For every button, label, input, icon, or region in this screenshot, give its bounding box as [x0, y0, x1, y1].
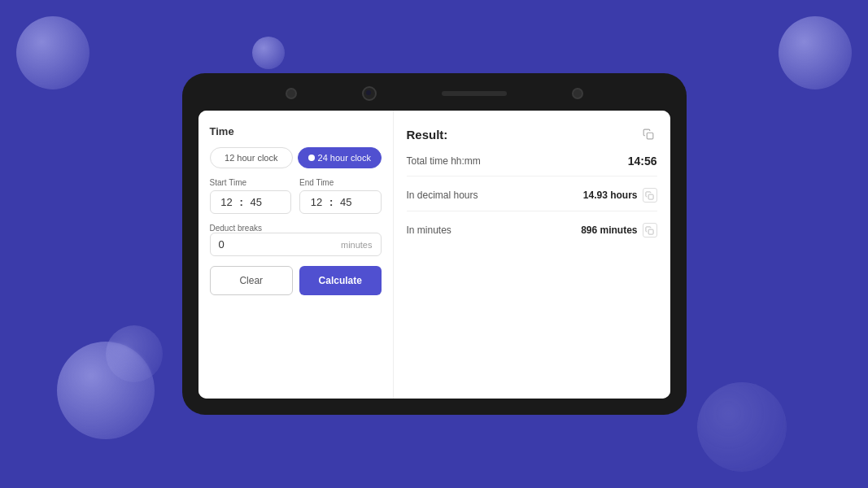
speaker-bar	[442, 91, 507, 96]
tablet: Time 12 hour clock 24 hour clock Start T…	[182, 73, 687, 415]
start-time-group: Start Time 12 : 45	[210, 178, 292, 214]
calculate-button[interactable]: Calculate	[299, 266, 382, 295]
front-camera-right	[572, 88, 583, 99]
front-camera-main	[362, 86, 377, 101]
bubble-1	[16, 16, 89, 89]
toggle-12h-label: 12 hour clock	[225, 153, 277, 163]
value-minutes: 896 minutes	[581, 224, 637, 236]
clock-toggle: 12 hour clock 24 hour clock	[210, 147, 382, 168]
front-camera-left	[286, 88, 297, 99]
copy-all-icon[interactable]	[639, 125, 657, 143]
toggle-24h[interactable]: 24 hour clock	[298, 147, 382, 168]
result-row-right-decimal: 14.93 hours	[583, 188, 657, 203]
bubble-5	[106, 325, 163, 382]
result-row-right-minutes: 896 minutes	[581, 223, 656, 237]
deduct-unit: minutes	[341, 240, 373, 250]
start-time-label: Start Time	[210, 178, 292, 187]
result-row-right-total: 14:56	[628, 155, 657, 168]
result-header: Result:	[407, 125, 657, 143]
value-decimal: 14.93 hours	[583, 190, 638, 201]
bubble-2	[252, 37, 285, 69]
label-total: Total time hh:mm	[407, 155, 481, 167]
start-time-input[interactable]: 12 : 45	[210, 190, 292, 214]
end-hour: 12	[307, 196, 326, 208]
deduct-label: Deduct breaks	[210, 224, 382, 233]
panel-title: Time	[210, 125, 382, 137]
deduct-section: Deduct breaks 0 minutes	[210, 224, 382, 256]
clear-button[interactable]: Clear	[210, 266, 294, 295]
copy-minutes-icon[interactable]	[643, 223, 657, 237]
time-fields: Start Time 12 : 45 End Time 12 : 45	[210, 178, 382, 214]
tablet-screen: Time 12 hour clock 24 hour clock Start T…	[198, 111, 670, 399]
toggle-12h[interactable]: 12 hour clock	[210, 147, 294, 168]
value-total: 14:56	[628, 155, 657, 168]
label-decimal: In decimal hours	[407, 190, 478, 201]
active-dot	[308, 155, 315, 161]
bubble-6	[697, 382, 787, 472]
copy-decimal-icon[interactable]	[643, 188, 657, 203]
result-row-minutes: In minutes 896 minutes	[407, 223, 657, 237]
toggle-24h-label: 24 hour clock	[318, 153, 371, 163]
deduct-input[interactable]: 0 minutes	[210, 233, 382, 256]
svg-rect-1	[648, 194, 653, 199]
bubble-3	[779, 16, 852, 89]
end-time-input[interactable]: 12 : 45	[299, 190, 382, 214]
tablet-top-bar	[198, 86, 670, 101]
left-panel: Time 12 hour clock 24 hour clock Start T…	[198, 111, 394, 399]
result-row-total: Total time hh:mm 14:56	[407, 155, 657, 176]
label-minutes: In minutes	[407, 224, 451, 236]
start-minute: 45	[246, 196, 266, 208]
action-buttons: Clear Calculate	[210, 266, 382, 295]
end-colon: :	[329, 196, 333, 208]
svg-rect-2	[648, 229, 653, 234]
end-minute: 45	[336, 196, 355, 208]
start-colon: :	[240, 196, 243, 208]
svg-rect-0	[647, 133, 653, 139]
deduct-value: 0	[219, 238, 225, 251]
result-row-decimal: In decimal hours 14.93 hours	[407, 188, 657, 211]
end-time-group: End Time 12 : 45	[299, 178, 382, 214]
end-time-label: End Time	[299, 178, 382, 187]
result-title: Result:	[407, 128, 448, 142]
right-panel: Result: Total time hh:mm 14:56 In decima…	[394, 111, 670, 399]
start-hour: 12	[217, 196, 237, 208]
